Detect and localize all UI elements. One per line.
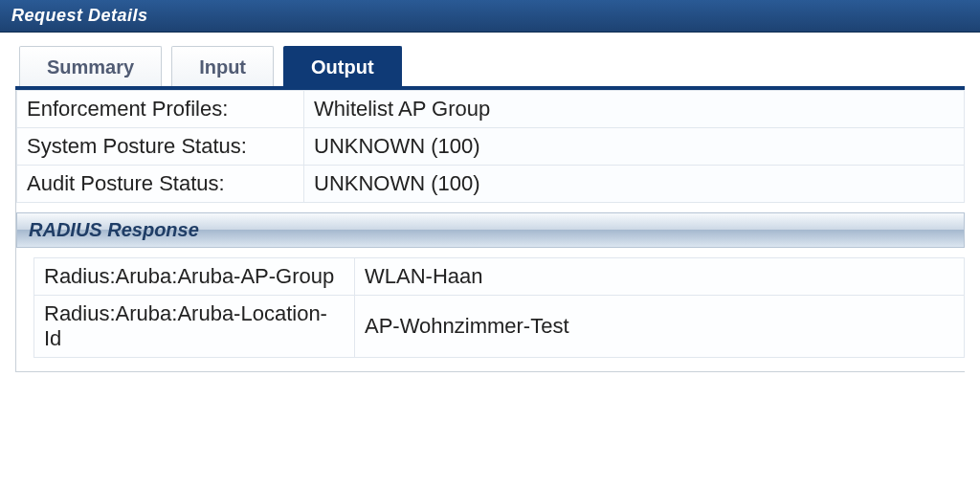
row-key: System Posture Status: (17, 128, 304, 166)
table-row: Radius:Aruba:Aruba-AP-Group WLAN-Haan (34, 258, 965, 296)
content-area: Summary Input Output Enforcement Profile… (0, 33, 980, 372)
radius-response-body: Radius:Aruba:Aruba-AP-Group WLAN-Haan Ra… (16, 248, 965, 358)
row-value: AP-Wohnzimmer-Test (355, 296, 965, 358)
tab-bar: Summary Input Output (19, 46, 965, 86)
radius-response-header: RADIUS Response (16, 212, 965, 248)
output-summary-table: Enforcement Profiles: Whitelist AP Group… (16, 90, 965, 203)
row-key: Radius:Aruba:Aruba-Location-Id (34, 296, 355, 358)
window-title: Request Details (0, 0, 980, 33)
table-row: System Posture Status: UNKNOWN (100) (17, 128, 965, 166)
row-value: Whitelist AP Group (304, 91, 965, 128)
row-key: Radius:Aruba:Aruba-AP-Group (34, 258, 355, 296)
table-row: Audit Posture Status: UNKNOWN (100) (17, 166, 965, 203)
table-row: Radius:Aruba:Aruba-Location-Id AP-Wohnzi… (34, 296, 965, 358)
tab-summary[interactable]: Summary (19, 46, 162, 86)
row-key: Audit Posture Status: (17, 166, 304, 203)
output-panel: Enforcement Profiles: Whitelist AP Group… (15, 90, 965, 372)
row-value: WLAN-Haan (355, 258, 965, 296)
row-key: Enforcement Profiles: (17, 91, 304, 128)
row-value: UNKNOWN (100) (304, 128, 965, 166)
tab-label: Summary (47, 56, 134, 78)
tab-label: Output (311, 56, 374, 78)
section-title: RADIUS Response (29, 219, 199, 240)
window-title-text: Request Details (11, 6, 148, 25)
tab-label: Input (199, 56, 246, 78)
tab-output[interactable]: Output (283, 46, 402, 86)
row-value: UNKNOWN (100) (304, 166, 965, 203)
table-row: Enforcement Profiles: Whitelist AP Group (17, 91, 965, 128)
tab-input[interactable]: Input (171, 46, 274, 86)
radius-response-table: Radius:Aruba:Aruba-AP-Group WLAN-Haan Ra… (33, 257, 965, 358)
